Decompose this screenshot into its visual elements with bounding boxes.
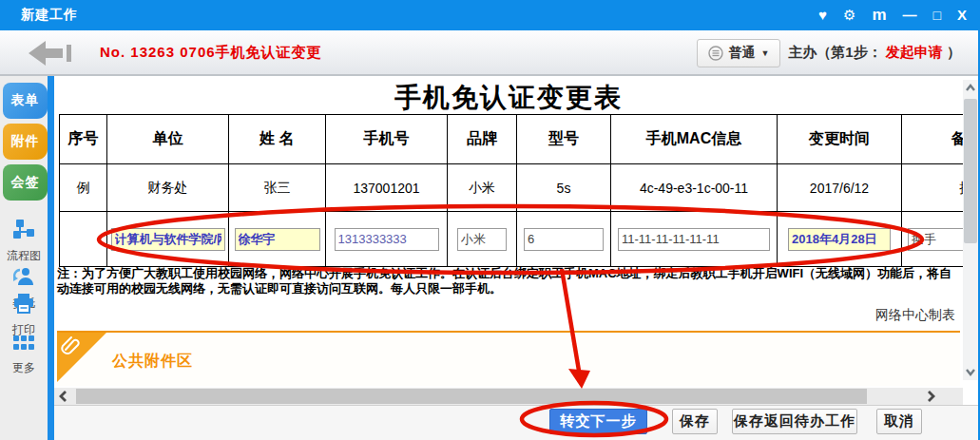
back-arrow-icon[interactable] bbox=[27, 39, 76, 67]
col-header-unit: 单位 bbox=[107, 115, 229, 164]
step-suffix: ） bbox=[943, 44, 961, 60]
form-title: 手机免认证变更表 bbox=[54, 80, 963, 116]
save-button[interactable]: 保存 bbox=[672, 409, 718, 434]
window-title: 新建工作 bbox=[21, 7, 78, 24]
chevron-down-icon: ▼ bbox=[761, 48, 770, 58]
remark-field[interactable] bbox=[908, 228, 963, 251]
form-note: 注：为了方便广大教职工使用校园网络，网络中心开展手机免认证工作。在认证后台绑定职… bbox=[57, 266, 960, 297]
example-cell-date: 2017/6/12 bbox=[778, 164, 902, 212]
footer-action-bar: 转交下一步 保存 保存返回待办工作 取消 bbox=[54, 405, 980, 440]
col-header-phone: 手机号 bbox=[326, 115, 448, 164]
attachment-area-title: 公共附件区 bbox=[112, 352, 193, 372]
example-cell-seq: 例 bbox=[60, 164, 107, 212]
example-cell-model: 5s bbox=[517, 164, 611, 212]
forward-next-step-button[interactable]: 转交下一步 bbox=[549, 409, 647, 434]
example-cell-phone: 137001201 bbox=[326, 164, 448, 212]
flowchart-icon bbox=[0, 219, 48, 243]
reader-icon[interactable]: m bbox=[872, 0, 886, 30]
vertical-scrollbar[interactable] bbox=[963, 80, 978, 380]
priority-dropdown[interactable]: 普通 ▼ bbox=[697, 39, 780, 67]
name-field[interactable] bbox=[235, 228, 320, 251]
mac-field[interactable] bbox=[618, 228, 770, 251]
favorite-heart-icon[interactable]: ♥ bbox=[818, 0, 827, 30]
horizontal-scrollbar[interactable] bbox=[54, 388, 963, 405]
horizontal-scrollbar-thumb[interactable] bbox=[76, 389, 867, 404]
form-area: 手机免认证变更表 序号 单位 姓 名 手机号 品牌 型号 手机MAC信息 变更时… bbox=[54, 76, 963, 388]
workflow-step-text: 主办（第1步： 发起申请 ） bbox=[788, 44, 961, 62]
window-titlebar: 新建工作 ♥ ⚙ m — □ X bbox=[0, 0, 980, 30]
input-cell-seq bbox=[60, 212, 107, 267]
col-header-model: 型号 bbox=[517, 115, 611, 164]
sidebar-tab-form[interactable]: 表单 bbox=[3, 83, 48, 119]
unit-field[interactable] bbox=[111, 228, 225, 251]
example-cell-brand: 小米 bbox=[448, 164, 517, 212]
col-header-date: 变更时间 bbox=[778, 115, 902, 164]
cancel-button[interactable]: 取消 bbox=[876, 409, 922, 434]
more-grid-icon bbox=[0, 335, 48, 355]
save-return-todo-button[interactable]: 保存返回待办工作 bbox=[732, 409, 857, 434]
sidebar-tab-countersign[interactable]: 会签 bbox=[3, 164, 48, 201]
public-attachment-area: 公共附件区 bbox=[57, 331, 960, 386]
printer-icon bbox=[0, 293, 48, 317]
minimize-icon[interactable]: — bbox=[903, 0, 917, 30]
col-header-name: 姓 名 bbox=[229, 115, 326, 164]
example-cell-unit: 财务处 bbox=[107, 164, 229, 212]
example-cell-name: 张三 bbox=[229, 164, 326, 212]
scroll-left-icon[interactable] bbox=[57, 390, 70, 403]
sidebar: 表单 附件 会签 流程图 bbox=[0, 76, 48, 440]
priority-label: 普通 bbox=[729, 45, 756, 62]
document-number: No. 13263 0706手机免认证变更 bbox=[100, 44, 322, 62]
example-cell-mac: 4c-49-e3-1c-00-11 bbox=[611, 164, 778, 212]
col-header-brand: 品牌 bbox=[448, 115, 517, 164]
close-icon[interactable]: X bbox=[957, 0, 967, 30]
scroll-right-icon[interactable] bbox=[924, 390, 937, 403]
sidebar-accent-strip bbox=[48, 76, 54, 440]
list-circle-icon bbox=[708, 46, 723, 61]
step-prefix: 主办（第1步： bbox=[788, 44, 881, 60]
app-window: 新建工作 ♥ ⚙ m — □ X No. 13263 0706手机免认证变更 bbox=[0, 0, 980, 440]
sidebar-item-label: 更多 bbox=[12, 361, 35, 374]
sidebar-item-flowchart[interactable]: 流程图 bbox=[0, 219, 48, 264]
model-field[interactable] bbox=[524, 228, 604, 251]
table-maker-label: 网络中心制表 bbox=[875, 307, 955, 324]
sidebar-item-label: 流程图 bbox=[7, 249, 41, 262]
col-header-mac: 手机MAC信息 bbox=[611, 115, 778, 164]
settings-gear-icon[interactable]: ⚙ bbox=[843, 0, 855, 30]
vertical-scrollbar-thumb[interactable] bbox=[964, 99, 977, 243]
col-header-seq: 序号 bbox=[60, 115, 107, 164]
change-date-field[interactable] bbox=[788, 228, 891, 251]
brand-field[interactable] bbox=[457, 228, 507, 251]
paperclip-icon bbox=[59, 335, 84, 363]
scroll-up-icon[interactable] bbox=[964, 82, 977, 95]
change-form-table: 序号 单位 姓 名 手机号 品牌 型号 手机MAC信息 变更时间 备注 例 财务… bbox=[59, 114, 963, 267]
example-cell-remark: 换 bbox=[902, 164, 963, 212]
document-header-bar: No. 13263 0706手机免认证变更 普通 ▼ 主办（第1步： 发起申请 … bbox=[0, 30, 980, 76]
delegate-person-icon bbox=[0, 266, 48, 291]
step-action: 发起申请 bbox=[882, 44, 943, 60]
sidebar-item-print[interactable]: 打印 bbox=[0, 293, 48, 338]
col-header-remark: 备注 bbox=[902, 115, 963, 164]
phone-field[interactable] bbox=[335, 228, 439, 251]
scroll-down-icon[interactable] bbox=[964, 365, 977, 378]
sidebar-tab-attachment[interactable]: 附件 bbox=[3, 124, 48, 160]
maximize-icon[interactable]: □ bbox=[933, 0, 941, 30]
sidebar-item-more[interactable]: 更多 bbox=[0, 335, 48, 376]
